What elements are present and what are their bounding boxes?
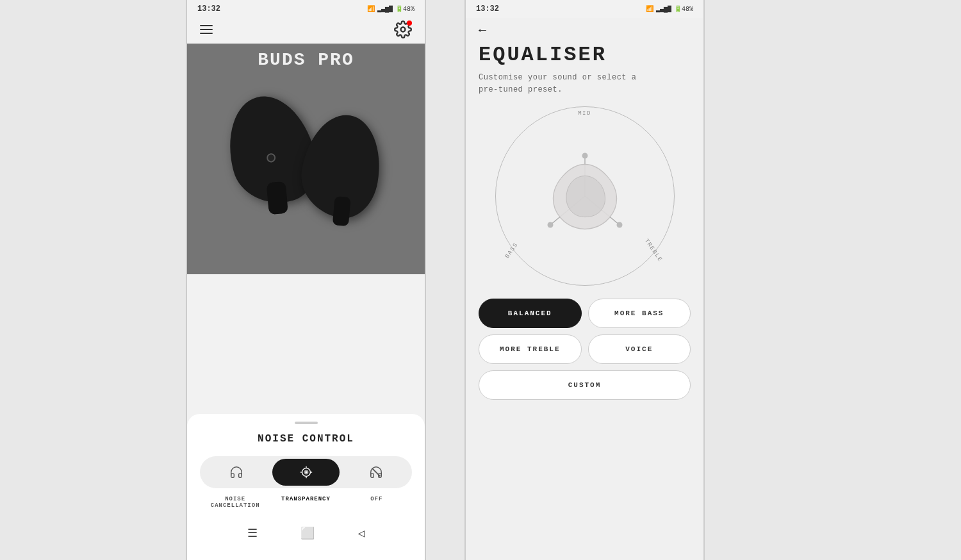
preset-button-balanced[interactable]: BALANCED (479, 299, 582, 328)
notification-dot (407, 21, 412, 26)
noise-control-group (200, 456, 412, 488)
nc-button-noise-cancellation[interactable] (202, 459, 270, 486)
time-right: 13:32 (476, 4, 499, 13)
left-bottom-nav: ☰ ⬜ ◁ (200, 519, 412, 547)
svg-point-0 (401, 28, 406, 32)
battery-text-r: 🔋48% (674, 5, 693, 13)
product-area: BUDS PRO (187, 44, 425, 274)
eq-shape-svg (527, 138, 643, 254)
equaliser-title: EQUALISER (479, 43, 691, 67)
svg-point-3 (306, 472, 307, 473)
svg-line-8 (372, 468, 380, 477)
left-header (187, 18, 425, 44)
eq-visualizer: MID BASS TREBLE (495, 106, 675, 286)
earbud-right (295, 109, 388, 223)
status-bar-left: 13:32 📶 ▂▄▆█ 🔋48% (187, 0, 425, 18)
earbud-dot (265, 152, 276, 163)
nc-button-off[interactable] (342, 459, 409, 486)
eq-presets: BALANCED MORE BASS MORE TREBLE VOICE CUS… (479, 299, 691, 406)
right-phone: 13:32 📶 ▂▄▆█ 🔋48% ← EQUALISER Customise … (464, 0, 705, 560)
status-icons-left: 📶 ▂▄▆█ 🔋48% (367, 5, 415, 13)
earbuds-image (223, 76, 390, 256)
nc-label-noise-cancellation: NOISECANCELLATION (200, 496, 270, 509)
signal-text-r: ▂▄▆█ (656, 5, 671, 13)
back-button[interactable]: ← (479, 18, 486, 43)
wifi-icon-r: 📶 (646, 5, 653, 13)
preset-button-more-bass[interactable]: MORE BASS (588, 299, 691, 328)
menu-line-3 (200, 33, 213, 34)
sheet-handle[interactable] (295, 422, 318, 424)
nc-label-off: OFF (341, 496, 412, 509)
status-bar-right: 13:32 📶 ▂▄▆█ 🔋48% (466, 0, 703, 18)
nc-labels: NOISECANCELLATION TRANSPARENCY OFF (200, 496, 412, 509)
nc-label-transparency: TRANSPARENCY (270, 496, 341, 509)
left-phone: 13:32 📶 ▂▄▆█ 🔋48% BUDS PRO (186, 0, 426, 560)
svg-point-12 (582, 153, 587, 159)
nc-button-transparency[interactable] (272, 459, 340, 486)
wifi-icon: 📶 (367, 5, 375, 13)
menu-line-1 (200, 25, 213, 26)
nav-back-icon[interactable]: ◁ (357, 526, 365, 540)
svg-point-14 (616, 222, 622, 228)
time-left: 13:32 (197, 4, 220, 13)
preset-button-more-treble[interactable]: MORE TREBLE (479, 334, 582, 364)
noise-control-sheet: NOISE CONTROL (187, 414, 425, 560)
eq-label-mid: MID (578, 110, 591, 117)
nav-home-icon[interactable]: ⬜ (300, 526, 315, 540)
status-icons-right: 📶 ▂▄▆█ 🔋48% (646, 5, 693, 13)
noise-control-title: NOISE CONTROL (200, 433, 412, 445)
menu-icon[interactable] (200, 25, 213, 34)
settings-icon[interactable] (394, 21, 412, 38)
right-content: ← EQUALISER Customise your sound or sele… (466, 18, 703, 560)
menu-line-2 (200, 29, 213, 30)
transparency-icon (299, 465, 313, 479)
nav-menu-icon[interactable]: ☰ (247, 526, 258, 540)
product-title: BUDS PRO (258, 50, 354, 70)
battery-text: 🔋48% (395, 5, 415, 13)
signal-text: ▂▄▆█ (377, 5, 393, 13)
equaliser-subtitle: Customise your sound or select apre-tune… (479, 72, 691, 96)
headphones-icon (229, 465, 243, 479)
svg-point-13 (547, 222, 553, 228)
preset-button-custom[interactable]: CUSTOM (479, 370, 691, 400)
off-icon (369, 465, 383, 479)
eq-shape[interactable] (527, 138, 643, 254)
preset-button-voice[interactable]: VOICE (588, 334, 691, 364)
